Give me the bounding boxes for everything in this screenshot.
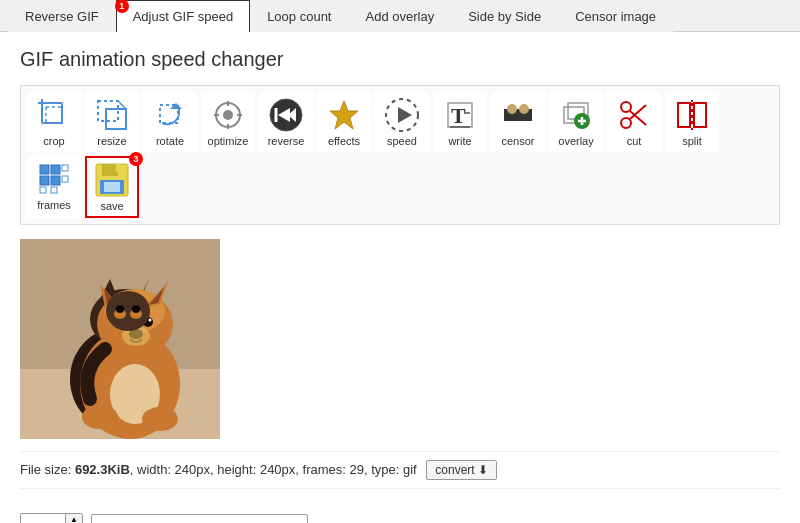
gif-preview	[20, 239, 220, 439]
svg-marker-22	[330, 101, 358, 129]
tool-effects-label: effects	[328, 135, 360, 147]
svg-rect-0	[42, 103, 62, 123]
speed-icon	[384, 97, 420, 133]
svg-point-81	[142, 407, 178, 431]
tool-split-label: split	[682, 135, 702, 147]
tab-sidebyside[interactable]: Side by Side	[451, 0, 558, 32]
svg-rect-48	[51, 165, 60, 174]
tool-rotate[interactable]: rotate	[143, 92, 197, 152]
svg-rect-51	[62, 165, 68, 171]
svg-rect-54	[51, 187, 57, 193]
speed-up-button[interactable]: ▲	[66, 514, 82, 523]
svg-rect-47	[40, 165, 49, 174]
tool-frames[interactable]: frames	[27, 156, 81, 218]
file-size-value: 692.3KiB	[75, 462, 130, 477]
svg-line-9	[118, 101, 126, 109]
file-size-prefix: File size:	[20, 462, 75, 477]
tool-resize[interactable]: resize	[85, 92, 139, 152]
svg-rect-53	[40, 187, 46, 193]
svg-point-86	[132, 305, 140, 313]
tool-censor-label: censor	[501, 135, 534, 147]
svg-rect-57	[116, 164, 120, 172]
svg-rect-42	[678, 103, 690, 127]
cut-icon	[616, 97, 652, 133]
resize-icon	[94, 97, 130, 133]
tool-write-label: write	[448, 135, 471, 147]
gif-image	[20, 239, 220, 439]
tab-censor[interactable]: Censor image	[558, 0, 673, 32]
svg-point-32	[519, 104, 529, 114]
svg-marker-11	[170, 103, 182, 109]
effects-icon	[326, 97, 362, 133]
svg-text:T: T	[451, 103, 466, 128]
crop-icon	[36, 97, 72, 133]
tool-crop-label: crop	[43, 135, 64, 147]
convert-label: convert	[435, 463, 474, 477]
speed-input-wrapper: ▲ ▼	[20, 513, 83, 523]
svg-point-31	[507, 104, 517, 114]
speed-unit-select[interactable]: % of current speed % of original speed s…	[91, 514, 308, 524]
svg-rect-8	[106, 109, 126, 129]
svg-rect-59	[104, 182, 120, 192]
optimize-icon	[210, 97, 246, 133]
tool-frames-label: frames	[37, 199, 71, 211]
svg-rect-50	[51, 176, 60, 185]
page-title: GIF animation speed changer	[20, 48, 780, 71]
tool-write[interactable]: T write	[433, 92, 487, 152]
tool-optimize-label: optimize	[208, 135, 249, 147]
svg-point-25	[399, 112, 405, 118]
tabs-bar: Reverse GIF 1 Adjust GIF speed Loop coun…	[0, 0, 800, 32]
write-icon: T	[442, 97, 478, 133]
speed-spinners: ▲ ▼	[65, 514, 82, 523]
tool-crop[interactable]: crop	[27, 92, 81, 152]
tool-save-label: save	[100, 200, 123, 212]
tool-split[interactable]: split	[665, 92, 719, 152]
censor-icon	[500, 97, 536, 133]
svg-rect-43	[694, 103, 706, 127]
tool-effects[interactable]: effects	[317, 92, 371, 152]
svg-point-39	[621, 102, 631, 112]
tool-resize-label: resize	[97, 135, 126, 147]
svg-point-85	[116, 305, 124, 313]
save-icon	[94, 162, 130, 198]
tab-adjust[interactable]: 1 Adjust GIF speed	[116, 0, 250, 32]
svg-point-77	[149, 319, 152, 322]
tool-censor[interactable]: censor	[491, 92, 545, 152]
svg-point-80	[82, 405, 118, 429]
tool-overlay[interactable]: overlay	[549, 92, 603, 152]
tab-reverse[interactable]: Reverse GIF	[8, 0, 116, 32]
file-info: File size: 692.3KiB, width: 240px, heigh…	[20, 451, 780, 489]
tool-reverse-label: reverse	[268, 135, 305, 147]
tool-cut[interactable]: cut	[607, 92, 661, 152]
svg-rect-49	[40, 176, 49, 185]
speed-controls: ▲ ▼ % of current speed % of original spe…	[20, 503, 780, 523]
speed-input[interactable]	[21, 516, 65, 524]
svg-point-82	[106, 291, 150, 331]
svg-rect-52	[62, 176, 68, 182]
file-details: , width: 240px, height: 240px, frames: 2…	[130, 462, 417, 477]
frames-icon	[36, 161, 72, 197]
tool-overlay-label: overlay	[558, 135, 593, 147]
rotate-icon	[152, 97, 188, 133]
overlay-icon	[558, 97, 594, 133]
download-icon: ⬇	[478, 463, 488, 477]
svg-point-13	[223, 110, 233, 120]
toolbar: crop resize rotate	[20, 85, 780, 225]
tab-loop[interactable]: Loop count	[250, 0, 348, 32]
tool-optimize[interactable]: optimize	[201, 92, 255, 152]
tool-reverse[interactable]: reverse	[259, 92, 313, 152]
tab-overlay[interactable]: Add overlay	[348, 0, 451, 32]
tool-speed[interactable]: speed	[375, 92, 429, 152]
tool-speed-label: speed	[387, 135, 417, 147]
save-badge: 3	[129, 152, 143, 166]
main-content: GIF animation speed changer crop	[0, 32, 800, 523]
reverse-icon	[268, 97, 304, 133]
split-icon	[674, 97, 710, 133]
tab-badge: 1	[115, 0, 129, 13]
tool-save[interactable]: 3 save	[85, 156, 139, 218]
tool-rotate-label: rotate	[156, 135, 184, 147]
svg-rect-56	[102, 164, 118, 176]
tool-cut-label: cut	[627, 135, 642, 147]
convert-button[interactable]: convert ⬇	[426, 460, 496, 480]
svg-rect-7	[98, 101, 118, 121]
